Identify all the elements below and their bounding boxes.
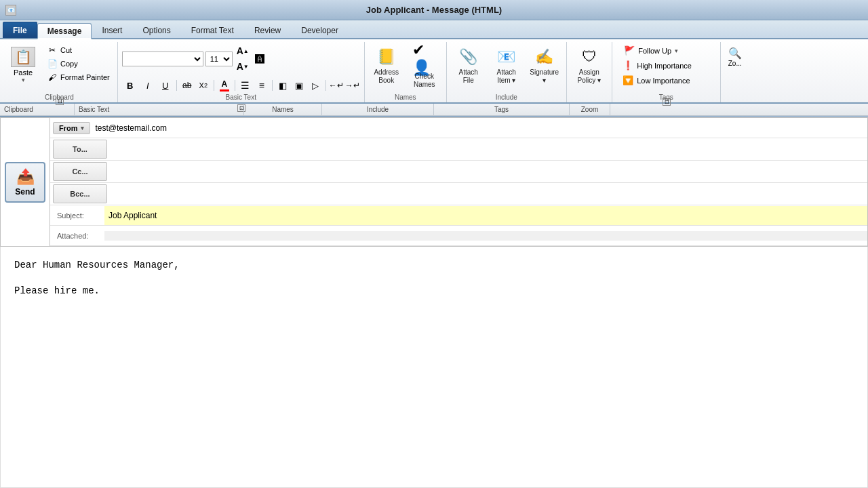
check-names-label: CheckNames [414,73,435,89]
ribbon-group-policy: 🛡 AssignPolicy ▾ [567,42,612,102]
from-row: From ▾ test@testemail.com [50,118,867,138]
basic-text-bottom-label: Basic Text [75,104,244,115]
check-names-button[interactable]: ✔👤 CheckNames [407,43,442,87]
tab-insert[interactable]: Insert [92,22,132,38]
low-importance-label: Low Importance [637,77,690,85]
numbering-button[interactable]: ≡ [254,78,269,93]
font-row: 11 A▲ A▼ 🅰 [122,43,267,74]
tab-options[interactable]: Options [132,22,180,38]
indent-increase-button[interactable]: →↵ [345,78,360,93]
tab-format-text[interactable]: Format Text [181,22,244,38]
tab-file[interactable]: File [3,22,37,38]
strikethrough-button[interactable]: ab [180,78,195,93]
address-book-label: AddressBook [374,68,399,85]
bcc-input[interactable] [110,189,867,199]
attached-label: Attached: [50,232,104,240]
clear-format-button[interactable]: 🅰 [252,52,267,66]
send-label: Send [15,187,35,197]
to-button[interactable]: To... [53,140,107,159]
email-compose-wrapper: 📤 Send From ▾ test@testemail.com To... [0,117,868,247]
follow-up-icon: 🚩 [623,45,635,56]
attach-item-label: AttachItem ▾ [497,68,516,85]
tab-review[interactable]: Review [244,22,291,38]
tab-message[interactable]: Message [37,23,92,39]
copy-button[interactable]: 📄 Copy [43,57,113,70]
paste-chevron: ▾ [22,77,25,83]
bcc-row: Bcc... [50,183,867,205]
send-area: 📤 Send [1,118,50,246]
grow-font-button[interactable]: A▲ [235,43,250,58]
format-painter-button[interactable]: 🖌 Format Painter [43,70,113,84]
names-group-label: Names [395,94,416,101]
align-right-button[interactable]: ▷ [308,78,323,93]
follow-up-button[interactable]: 🚩 Follow Up ▾ [618,43,713,58]
attach-file-label: AttachFile [459,68,478,85]
zoom-label: Zo... [728,60,742,67]
send-button[interactable]: 📤 Send [5,162,45,203]
clipboard-bottom-label: Clipboard [0,104,75,115]
font-color-button[interactable]: A [217,78,232,93]
check-names-icon: ✔👤 [412,47,437,71]
signature-button[interactable]: ✍ Signature▾ [527,43,562,87]
signature-label: Signature▾ [530,68,559,85]
ribbon: 📋 Paste ▾ ✂ Cut 📄 Copy 🖌 Format Painter [0,39,868,104]
cc-button[interactable]: Cc... [53,162,107,181]
window-title: Job Applicant - Message (HTML) [366,5,502,15]
bullets-button[interactable]: ☰ [238,78,253,93]
cc-input[interactable] [110,167,867,176]
italic-button[interactable]: I [140,77,156,94]
clipboard-small-buttons: ✂ Cut 📄 Copy 🖌 Format Painter [43,43,113,84]
format-divider [176,80,177,91]
tags-group-label: Tags [659,94,673,101]
include-group-label: Include [496,94,517,101]
cut-button[interactable]: ✂ Cut [43,43,113,57]
attach-item-icon: 📧 [494,47,519,67]
assign-policy-button[interactable]: 🛡 AssignPolicy ▾ [571,43,608,87]
subject-input[interactable] [104,206,867,225]
attach-file-button[interactable]: 📎 AttachFile [451,43,486,87]
low-importance-button[interactable]: 🔽 Low Importance [618,73,713,87]
format-painter-label: Format Painter [60,73,110,81]
align-center-button[interactable]: ▣ [292,78,307,93]
font-size-select[interactable]: 11 [205,52,233,66]
paste-button[interactable]: 📋 Paste ▾ [5,43,41,87]
copy-label: Copy [60,60,78,68]
subscript-button[interactable]: X2 [196,78,211,93]
email-fields-wrapper: From ▾ test@testemail.com To... Cc... Bc… [50,118,867,246]
attach-item-button[interactable]: 📧 AttachItem ▾ [489,43,524,87]
paste-icon: 📋 [11,47,35,67]
font-family-select[interactable] [122,52,203,66]
high-importance-label: High Importance [637,62,692,70]
ribbon-group-clipboard: 📋 Paste ▾ ✂ Cut 📄 Copy 🖌 Format Painter [1,42,118,102]
align-left-button[interactable]: ◧ [275,78,290,93]
subject-label: Subject: [50,211,104,220]
address-book-button[interactable]: 📒 AddressBook [369,43,404,87]
to-input[interactable] [110,144,867,154]
cut-label: Cut [60,46,72,54]
copy-icon: 📄 [47,59,58,68]
ribbon-group-include: 📎 AttachFile 📧 AttachItem ▾ ✍ Signature▾… [447,42,567,102]
attached-input[interactable] [104,231,867,241]
body-line1: Dear Human Resources Manager, [14,258,854,272]
from-label: From [59,124,78,132]
attached-row: Attached: [50,226,867,246]
email-body[interactable]: Dear Human Resources Manager, Please hir… [0,247,868,488]
shrink-font-button[interactable]: A▼ [235,59,250,74]
clipboard-group-label: Clipboard [45,94,74,101]
bold-button[interactable]: B [122,77,138,94]
from-dropdown[interactable]: From ▾ [53,122,90,134]
indent-decrease-button[interactable]: ←↵ [329,78,344,93]
grow-shrink-buttons: A▲ A▼ [235,43,250,74]
underline-button[interactable]: U [157,77,174,94]
zoom-button[interactable]: 🔍 Zo... [725,43,745,70]
attach-file-icon: 📎 [456,47,481,67]
tab-developer[interactable]: Developer [291,22,349,38]
cc-row: Cc... [50,161,867,183]
names-bottom-label: Names [244,104,322,115]
high-importance-button[interactable]: ❗ High Importance [618,58,713,73]
assign-policy-icon: 🛡 [577,47,601,67]
zoom-bottom-label: Zoom [570,104,610,115]
font-color-icon: A [220,79,229,92]
bcc-button[interactable]: Bcc... [53,184,107,203]
clipboard-content: 📋 Paste ▾ ✂ Cut 📄 Copy 🖌 Format Painter [5,43,113,98]
